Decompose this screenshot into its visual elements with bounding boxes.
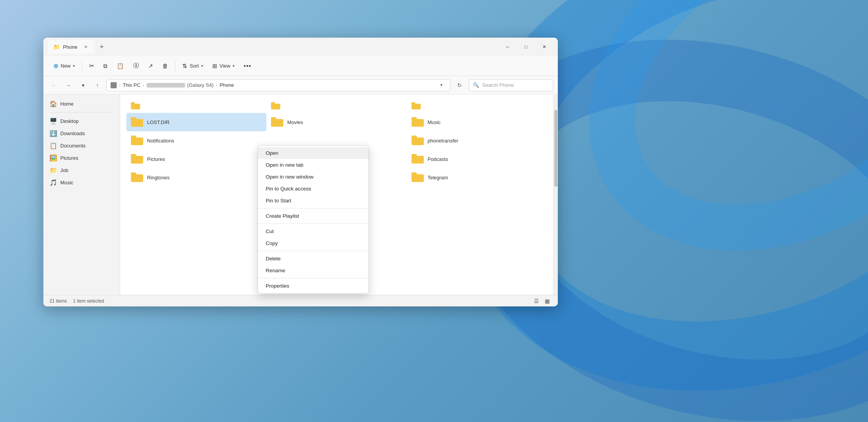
ctx-open-tab-label: Open in new tab: [266, 162, 303, 168]
items-count: 21 items: [50, 298, 67, 304]
view-button[interactable]: ⊞ View ▾: [208, 59, 238, 73]
documents-icon: 📋: [50, 142, 57, 149]
list-item-lostdir[interactable]: LOST.DIR: [126, 113, 266, 131]
ctx-properties[interactable]: Properties: [258, 280, 369, 292]
list-item[interactable]: [266, 99, 407, 113]
ctx-create-playlist-label: Create Playlist: [266, 213, 299, 219]
more-button[interactable]: •••: [240, 59, 255, 73]
tab-phone[interactable]: 📁 Phone ✕: [48, 40, 94, 54]
share-button[interactable]: ↗: [144, 59, 157, 73]
file-name-telegram: Telegram: [428, 175, 448, 180]
sidebar-item-pictures[interactable]: 🖼️ Pictures 📌: [43, 152, 120, 164]
grid-view-button[interactable]: ▦: [542, 296, 552, 306]
ctx-pin-start[interactable]: Pin to Start: [258, 195, 369, 207]
ctx-properties-label: Properties: [266, 283, 289, 289]
trash-icon: 🗑: [162, 63, 168, 69]
breadcrumb-device-blurred: [147, 83, 185, 88]
list-item-ringtones[interactable]: Ringtones: [126, 168, 266, 187]
paste-button[interactable]: 📋: [113, 59, 128, 73]
list-item-movies[interactable]: Movies: [266, 113, 407, 131]
copy-icon: ⧉: [103, 63, 107, 70]
list-item-music[interactable]: Music: [407, 113, 547, 131]
folder-icon: [131, 172, 143, 182]
sidebar-home-label: Home: [60, 101, 74, 107]
ctx-open-window[interactable]: Open in new window: [258, 171, 369, 183]
list-item-pictures[interactable]: Pictures: [126, 150, 266, 168]
sidebar-item-home[interactable]: 🏠 Home: [43, 98, 120, 110]
folder-icon: [131, 136, 143, 146]
file-name-phonetransfer: phonetransfer: [428, 138, 458, 144]
list-item-podcasts[interactable]: Podcasts: [407, 150, 547, 168]
sort-chevron-icon: ▾: [201, 64, 203, 68]
breadcrumb-this-pc[interactable]: This PC: [123, 82, 141, 88]
sort-button[interactable]: ⇅ Sort ▾: [179, 59, 207, 73]
folder-icon: [412, 136, 424, 146]
scrollbar[interactable]: [553, 94, 558, 295]
addressbar: ← → ▾ ↑ › This PC › (Galaxy S4) › Phone …: [43, 76, 558, 94]
ctx-delete[interactable]: Delete: [258, 253, 369, 265]
ctx-cut[interactable]: Cut: [258, 225, 369, 237]
ctx-create-playlist[interactable]: Create Playlist: [258, 210, 369, 222]
search-icon: 🔍: [473, 82, 479, 88]
file-name-ringtones: Ringtones: [147, 175, 170, 180]
paste-icon: 📋: [117, 63, 124, 70]
list-item-notifications[interactable]: Notifications: [126, 131, 266, 150]
list-item[interactable]: [126, 99, 266, 113]
scrollbar-thumb[interactable]: [554, 110, 557, 187]
folder-icon: [271, 117, 283, 127]
rename-button[interactable]: Ⓐ: [129, 59, 143, 73]
new-tab-button[interactable]: +: [96, 41, 108, 53]
breadcrumb-device-label: (Galaxy S4): [187, 82, 214, 88]
list-view-button[interactable]: ☰: [532, 296, 541, 306]
forward-button[interactable]: →: [63, 79, 74, 91]
folder-icon: [131, 154, 143, 164]
delete-button[interactable]: 🗑: [159, 59, 172, 73]
up-button[interactable]: ↑: [92, 79, 103, 91]
sidebar-item-desktop[interactable]: 🖥️ Desktop 📌: [43, 115, 120, 127]
maximize-button[interactable]: □: [517, 41, 535, 53]
titlebar: 📁 Phone ✕ + ─ □ ✕: [43, 38, 558, 56]
tab-bar: 📁 Phone ✕ +: [48, 40, 499, 54]
list-item-telegram[interactable]: Telegram: [407, 168, 547, 187]
breadcrumb-expand-button[interactable]: ▾: [437, 81, 446, 90]
view-icon: ⊞: [212, 63, 217, 70]
file-name-pictures: Pictures: [147, 156, 165, 162]
folder-icon: [131, 102, 140, 110]
list-item[interactable]: [407, 99, 547, 113]
sidebar-item-documents[interactable]: 📋 Documents 📌: [43, 139, 120, 152]
close-button[interactable]: ✕: [536, 41, 553, 53]
ctx-rename[interactable]: Rename: [258, 265, 369, 276]
view-label: View: [220, 63, 230, 69]
search-bar[interactable]: 🔍 Search Phone: [469, 79, 553, 91]
view-toggles: ☰ ▦: [532, 296, 552, 306]
list-item-phonetransfer[interactable]: phonetransfer: [407, 131, 547, 150]
copy-button[interactable]: ⧉: [99, 59, 111, 73]
sort-label: Sort: [190, 63, 199, 69]
sidebar-item-job[interactable]: 📁 Job 📌: [43, 164, 120, 176]
back-button[interactable]: ←: [48, 79, 60, 91]
minimize-button[interactable]: ─: [499, 41, 516, 53]
ctx-open-tab[interactable]: Open in new tab: [258, 159, 369, 171]
cut-button[interactable]: ✂: [85, 59, 98, 73]
breadcrumb[interactable]: › This PC › (Galaxy S4) › Phone ▾: [106, 79, 450, 91]
downloads-icon: ⬇️: [50, 130, 57, 137]
folder-icon: [412, 117, 424, 127]
window-controls: ─ □ ✕: [499, 41, 553, 53]
ctx-pin-quick[interactable]: Pin to Quick access: [258, 183, 369, 195]
recent-locations-button[interactable]: ▾: [77, 79, 89, 91]
ctx-copy[interactable]: Copy: [258, 237, 369, 249]
ctx-cut-label: Cut: [266, 228, 274, 234]
sidebar-desktop-label: Desktop: [60, 118, 79, 124]
sidebar-downloads-label: Downloads: [60, 131, 85, 136]
sidebar-item-music[interactable]: 🎵 Music 📌: [43, 176, 120, 189]
tab-close-button[interactable]: ✕: [83, 44, 89, 50]
ctx-sep-2: [258, 223, 369, 224]
sidebar-item-downloads[interactable]: ⬇️ Downloads 📌: [43, 127, 120, 139]
ctx-open[interactable]: Open: [258, 147, 369, 159]
new-button[interactable]: ⊕ New ▾: [50, 59, 79, 73]
breadcrumb-phone[interactable]: Phone: [220, 82, 234, 88]
refresh-button[interactable]: ↻: [453, 79, 466, 91]
new-icon: ⊕: [53, 62, 58, 70]
ctx-pin-quick-label: Pin to Quick access: [266, 186, 311, 192]
ctx-open-window-label: Open in new window: [266, 174, 314, 180]
